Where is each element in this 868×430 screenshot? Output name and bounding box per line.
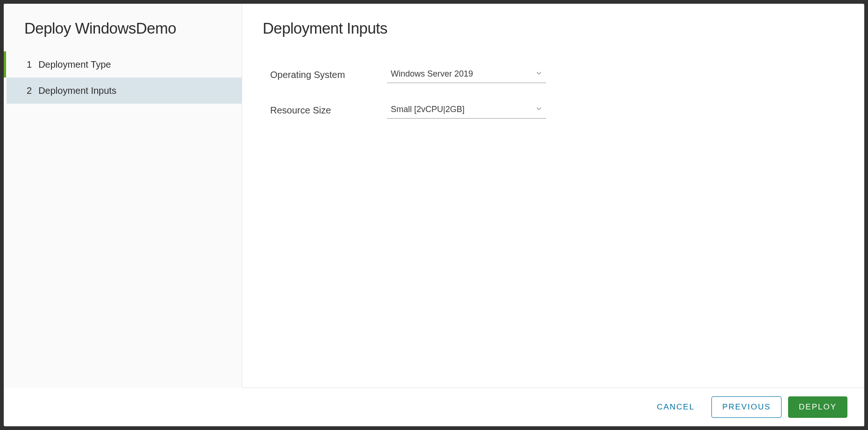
os-label: Operating System <box>270 70 387 80</box>
wizard-title: Deploy WindowsDemo <box>4 20 242 51</box>
content-title: Deployment Inputs <box>263 20 864 37</box>
deploy-button[interactable]: DEPLOY <box>788 396 847 418</box>
deploy-wizard-modal: Deploy WindowsDemo 1 Deployment Type 2 D… <box>4 4 864 426</box>
step-label: Deployment Type <box>38 59 111 70</box>
cancel-button[interactable]: CANCEL <box>646 397 705 417</box>
step-number: 1 <box>27 59 32 70</box>
size-select[interactable]: Small [2vCPU|2GB] <box>387 102 546 119</box>
step-label: Deployment Inputs <box>38 85 116 96</box>
wizard-sidebar: Deploy WindowsDemo 1 Deployment Type 2 D… <box>4 4 242 388</box>
previous-button[interactable]: PREVIOUS <box>711 396 782 418</box>
modal-body: Deploy WindowsDemo 1 Deployment Type 2 D… <box>4 4 864 388</box>
os-select-value: Windows Server 2019 <box>387 66 546 83</box>
wizard-content: Deployment Inputs Operating System Windo… <box>242 4 864 388</box>
wizard-steps: 1 Deployment Type 2 Deployment Inputs <box>4 51 242 104</box>
step-deployment-inputs[interactable]: 2 Deployment Inputs <box>7 78 242 104</box>
size-label: Resource Size <box>270 105 387 116</box>
form-row-size: Resource Size Small [2vCPU|2GB] <box>263 102 864 119</box>
size-select-value: Small [2vCPU|2GB] <box>387 102 546 119</box>
form-row-os: Operating System Windows Server 2019 <box>263 66 864 83</box>
os-select[interactable]: Windows Server 2019 <box>387 66 546 83</box>
wizard-footer: CANCEL PREVIOUS DEPLOY <box>242 388 864 426</box>
step-number: 2 <box>27 85 32 96</box>
step-deployment-type[interactable]: 1 Deployment Type <box>4 51 242 78</box>
